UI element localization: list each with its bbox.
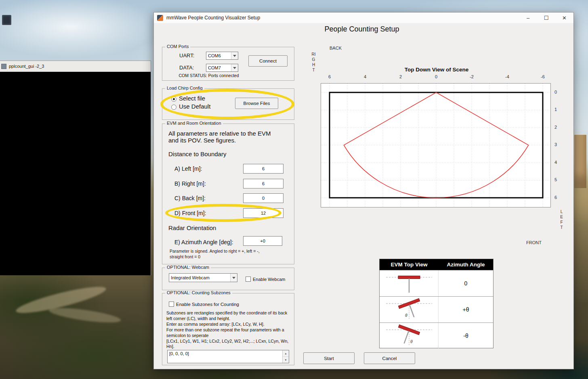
evm-intro-text: All parameters are relative to the EVM a… <box>168 130 290 144</box>
desktop: pplcount_gui -2_3 mmWave People Counting… <box>0 0 588 379</box>
evm-diagram-minus-theta-icon: θ <box>383 324 435 348</box>
table-row: 0 <box>380 270 493 296</box>
subzones-input[interactable]: [0, 0, 0, 0] <box>168 350 282 363</box>
svg-text:θ: θ <box>410 339 413 344</box>
y-tick-label: 5 <box>554 177 564 182</box>
chevron-down-icon <box>231 52 238 59</box>
radar-heading: Radar Orientation <box>168 224 216 231</box>
cancel-button[interactable]: Cancel <box>364 352 415 364</box>
scroll-down-icon[interactable]: ▼ <box>283 357 289 363</box>
distance-heading: Distance to Boundary <box>168 151 226 157</box>
y-tick-label: 2 <box>554 125 564 130</box>
azimuth-angle-value: 0 <box>439 270 493 296</box>
x-tick-label: 4 <box>359 74 371 79</box>
plot-front-label: FRONT <box>517 240 550 245</box>
table-row: θ +θ <box>380 296 493 322</box>
enable-subzones-label: Enable Subzones for Counting <box>176 302 239 307</box>
y-tick-label: 4 <box>554 160 564 165</box>
setup-dialog: mmWave People Counting Visualizer Setup … <box>153 12 574 369</box>
evm-table-col1-header: EVM Top View <box>380 259 439 270</box>
com-ports-panel: COM Ports UART: COM6 DATA: COM7 Connect … <box>162 47 294 81</box>
front-field-label: D) Front [m]: <box>174 210 206 216</box>
evm-room-panel: EVM and Room Orientation All parameters … <box>162 124 294 264</box>
right-field-label: B) Right [m]: <box>174 180 206 187</box>
azimuth-input[interactable] <box>243 236 282 246</box>
y-tick-label: 1 <box>554 107 564 112</box>
connect-button[interactable]: Connect <box>248 55 288 67</box>
plot-right-label: RIGHT <box>311 52 316 73</box>
webcam-device-select[interactable]: Integrated Webcam <box>169 273 237 282</box>
webcam-legend: OPTIONAL: Webcam <box>165 265 211 270</box>
pplcount-window-title: pplcount_gui -2_3 <box>9 64 44 69</box>
chirp-config-panel: Load Chirp Config Select file Use Defaul… <box>162 88 294 120</box>
azimuth-label: E) Azimuth Angle [deg]: <box>174 239 233 245</box>
use-default-radio[interactable] <box>171 105 176 110</box>
plot-back-label: BACK <box>328 46 344 50</box>
y-tick-label: 3 <box>554 142 564 147</box>
left-field-input[interactable] <box>243 164 284 174</box>
evm-table-header: EVM Top View Azimuth Angle <box>380 259 493 270</box>
pplcount-window-icon <box>1 64 6 69</box>
table-row: θ -θ <box>380 322 493 349</box>
left-field-label: A) Left [m]: <box>174 165 202 172</box>
chevron-down-icon <box>230 274 237 282</box>
evm-table-col2-header: Azimuth Angle <box>439 259 493 270</box>
minimize-button[interactable]: – <box>519 13 537 23</box>
x-tick-label: 2 <box>395 74 407 79</box>
select-file-label: Select file <box>179 95 205 102</box>
subzones-legend: OPTIONAL: Counting Subzones <box>165 290 232 295</box>
evm-diagram-straight-icon <box>383 272 435 295</box>
x-tick-label: -6 <box>537 74 549 79</box>
page-title: People Counting Setup <box>281 25 443 34</box>
desktop-icon[interactable] <box>2 15 11 25</box>
x-tick-label: 0 <box>430 74 442 79</box>
pplcount-gui-window: pplcount_gui -2_3 <box>0 61 151 275</box>
start-button[interactable]: Start <box>303 352 355 364</box>
subzones-scrollbar[interactable]: ▲ ▼ <box>282 350 289 363</box>
back-field-label: C) Back [m]: <box>174 195 206 201</box>
y-tick-label: 0 <box>554 90 564 94</box>
evm-diagram-plus-theta-icon: θ <box>383 298 435 321</box>
enable-subzones-checkbox[interactable] <box>169 302 174 307</box>
pplcount-window-canvas <box>0 72 151 275</box>
scene-plot <box>321 83 551 207</box>
subzones-panel: OPTIONAL: Counting Subzones Enable Subzo… <box>162 293 294 365</box>
uart-port-select[interactable]: COM6 <box>206 52 238 60</box>
pplcount-window-titlebar[interactable]: pplcount_gui -2_3 <box>0 61 151 72</box>
data-port-value: COM7 <box>208 65 221 70</box>
chevron-down-icon <box>231 64 238 71</box>
azimuth-angle-value: +θ <box>439 297 493 322</box>
back-field-input[interactable] <box>243 193 284 203</box>
front-field-input[interactable] <box>243 208 284 218</box>
subzones-input-box: [0, 0, 0, 0] ▲ ▼ <box>167 350 289 363</box>
enable-webcam-label: Enable Webcam <box>253 277 286 282</box>
data-label: DATA: <box>179 65 194 71</box>
scroll-up-icon[interactable]: ▲ <box>283 350 289 357</box>
dialog-title: mmWave People Counting Visualizer Setup <box>166 15 260 21</box>
webcam-device-value: Integrated Webcam <box>171 275 210 280</box>
uart-label: UART: <box>179 52 194 59</box>
y-tick-label: 6 <box>554 195 564 200</box>
x-tick-label: -2 <box>466 74 478 79</box>
background-road-segment <box>48 305 122 326</box>
com-ports-legend: COM Ports <box>165 44 190 49</box>
data-port-select[interactable]: COM7 <box>206 64 238 72</box>
x-tick-label: -4 <box>501 74 513 79</box>
evm-orientation-table: EVM Top View Azimuth Angle 0 <box>379 259 494 348</box>
azimuth-note: Parameter is signed. Angled to right = +… <box>170 249 289 260</box>
subzones-instructions: Subzones are rectangles specified by the… <box>166 310 292 350</box>
svg-text:θ: θ <box>405 313 407 318</box>
matlab-icon <box>157 15 163 21</box>
enable-webcam-checkbox[interactable] <box>246 276 251 282</box>
browse-files-button[interactable]: Browse Files <box>235 98 278 109</box>
plot-title: Top Down View of Scene <box>376 67 497 73</box>
use-default-label: Use Default <box>179 103 210 110</box>
select-file-radio[interactable] <box>171 96 176 102</box>
maximize-button[interactable]: ☐ <box>537 13 555 23</box>
right-field-input[interactable] <box>243 179 284 188</box>
uart-port-value: COM6 <box>208 53 221 58</box>
chirp-config-legend: Load Chirp Config <box>165 86 204 90</box>
evm-room-legend: EVM and Room Orientation <box>165 121 223 126</box>
close-button[interactable]: ✕ <box>555 13 573 23</box>
dialog-titlebar: mmWave People Counting Visualizer Setup … <box>154 13 573 23</box>
